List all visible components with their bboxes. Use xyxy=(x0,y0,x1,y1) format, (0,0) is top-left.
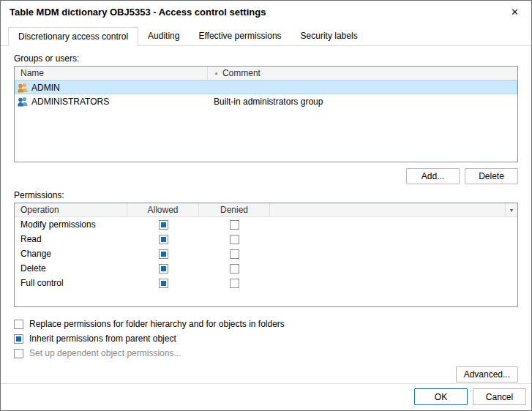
advanced-button[interactable]: Advanced... xyxy=(456,366,518,382)
option-inherit-permissions: Inherit permissions from parent object xyxy=(14,331,518,346)
permission-row-read: Read xyxy=(15,232,517,246)
groups-list-header: Name ▲ Comment xyxy=(15,67,517,80)
dialog-footer: OK Cancel xyxy=(1,383,531,410)
inherit-permissions-checkbox[interactable] xyxy=(14,334,23,344)
column-header-name[interactable]: Name xyxy=(15,67,208,80)
option-dependent-object-permissions: Set up dependent object permissions... xyxy=(14,346,518,361)
operation-label: Change xyxy=(15,249,127,259)
tab-discretionary-access-control[interactable]: Discretionary access control xyxy=(8,27,138,46)
user-group-orange-icon xyxy=(17,83,29,93)
tab-security-labels[interactable]: Security labels xyxy=(291,27,367,45)
add-button[interactable]: Add... xyxy=(406,168,460,184)
group-row-admin[interactable]: ADMIN xyxy=(15,80,517,94)
options-section: Replace permissions for folder hierarchy… xyxy=(14,317,518,361)
allowed-checkbox[interactable] xyxy=(159,235,168,244)
dependent-permissions-checkbox[interactable] xyxy=(14,349,23,358)
column-header-operation[interactable]: Operation xyxy=(15,203,127,216)
denied-checkbox[interactable] xyxy=(230,249,239,259)
permission-row-delete: Delete xyxy=(15,261,517,276)
tab-content: Groups or users: Name ▲ Comment xyxy=(1,53,531,382)
operation-label: Full control xyxy=(15,278,127,288)
denied-checkbox[interactable] xyxy=(230,235,239,244)
permissions-table-header: Operation Allowed Denied ▼ xyxy=(15,203,517,217)
group-name: ADMIN xyxy=(31,83,60,93)
group-row-administrators[interactable]: ADMINISTRATORS Built-in administrators g… xyxy=(15,94,517,108)
dialog-title: Table MDM dictionary OBJ5353 - Access co… xyxy=(10,7,266,18)
option-label: Inherit permissions from parent object xyxy=(29,333,176,344)
denied-checkbox[interactable] xyxy=(230,220,239,230)
groups-or-users-label: Groups or users: xyxy=(14,53,518,64)
allowed-checkbox[interactable] xyxy=(159,264,168,274)
sort-ascending-icon: ▲ xyxy=(214,70,219,75)
option-replace-permissions: Replace permissions for folder hierarchy… xyxy=(14,317,518,331)
delete-button[interactable]: Delete xyxy=(465,168,518,184)
denied-checkbox[interactable] xyxy=(230,279,239,288)
column-header-comment[interactable]: ▲ Comment xyxy=(208,67,517,80)
titlebar: Table MDM dictionary OBJ5353 - Access co… xyxy=(1,1,531,23)
access-control-dialog: Table MDM dictionary OBJ5353 - Access co… xyxy=(0,0,532,411)
operation-label: Modify permissions xyxy=(15,219,127,230)
option-label: Set up dependent object permissions... xyxy=(29,348,181,358)
column-header-denied[interactable]: Denied xyxy=(199,203,270,216)
user-group-blue-icon xyxy=(17,97,29,107)
tab-auditing[interactable]: Auditing xyxy=(138,27,189,45)
ok-button[interactable]: OK xyxy=(414,388,468,405)
operation-label: Delete xyxy=(15,263,127,274)
option-label: Replace permissions for folder hierarchy… xyxy=(29,319,285,329)
column-header-filler xyxy=(270,203,505,216)
allowed-checkbox[interactable] xyxy=(159,220,168,230)
group-name: ADMINISTRATORS xyxy=(31,97,109,107)
group-comment: Built-in administrators group xyxy=(208,97,517,107)
permissions-label: Permissions: xyxy=(14,190,518,200)
column-options-dropdown[interactable]: ▼ xyxy=(505,203,517,216)
cancel-button[interactable]: Cancel xyxy=(473,388,526,405)
replace-permissions-checkbox[interactable] xyxy=(14,320,23,329)
tab-effective-permissions[interactable]: Effective permissions xyxy=(189,27,291,45)
groups-list: Name ▲ Comment ADMIN xyxy=(14,66,518,162)
permission-row-change: Change xyxy=(15,246,517,261)
permission-row-modify-permissions: Modify permissions xyxy=(15,217,517,232)
permission-row-full-control: Full control xyxy=(15,276,517,290)
close-icon[interactable]: ✕ xyxy=(498,1,531,23)
allowed-checkbox[interactable] xyxy=(159,249,168,259)
permissions-table: Operation Allowed Denied ▼ Modify permis… xyxy=(14,203,518,307)
chevron-down-icon: ▼ xyxy=(509,208,514,213)
operation-label: Read xyxy=(15,234,127,244)
allowed-checkbox[interactable] xyxy=(159,279,168,288)
column-header-allowed[interactable]: Allowed xyxy=(127,203,199,216)
tab-strip: Discretionary access control Auditing Ef… xyxy=(1,23,531,46)
denied-checkbox[interactable] xyxy=(230,264,239,274)
